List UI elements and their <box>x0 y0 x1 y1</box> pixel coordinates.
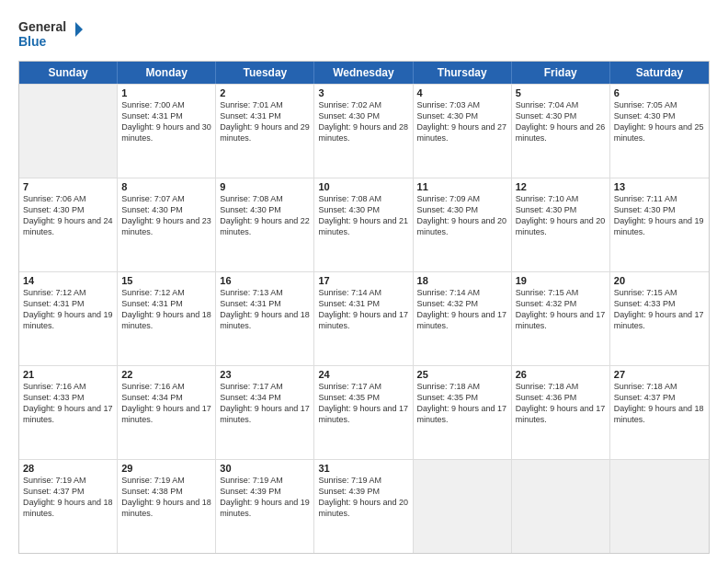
day-info: Sunrise: 7:05 AMSunset: 4:30 PMDaylight:… <box>614 99 705 144</box>
day-number: 26 <box>516 369 606 380</box>
cal-cell <box>512 460 610 553</box>
day-number: 17 <box>318 275 408 286</box>
cal-cell: 15 Sunrise: 7:12 AMSunset: 4:31 PMDaylig… <box>118 272 216 365</box>
day-number: 6 <box>614 87 705 98</box>
cal-header-thursday: Thursday <box>414 62 512 84</box>
logo: General Blue <box>18 17 83 52</box>
cal-cell <box>414 460 512 553</box>
day-number: 30 <box>220 463 310 474</box>
day-info: Sunrise: 7:17 AMSunset: 4:35 PMDaylight:… <box>318 381 408 426</box>
day-number: 13 <box>614 181 705 192</box>
day-number: 2 <box>220 87 310 98</box>
cal-header-wednesday: Wednesday <box>314 62 413 84</box>
day-number: 31 <box>318 463 408 474</box>
day-number: 12 <box>516 181 606 192</box>
cal-header-monday: Monday <box>118 62 216 84</box>
day-info: Sunrise: 7:19 AMSunset: 4:37 PMDaylight:… <box>23 475 113 520</box>
day-number: 1 <box>121 87 211 98</box>
day-info: Sunrise: 7:15 AMSunset: 4:32 PMDaylight:… <box>516 287 606 332</box>
logo-svg: General Blue <box>18 17 83 52</box>
day-info: Sunrise: 7:03 AMSunset: 4:30 PMDaylight:… <box>417 99 507 144</box>
header: General Blue <box>18 17 710 52</box>
cal-cell: 3 Sunrise: 7:02 AMSunset: 4:30 PMDayligh… <box>314 85 413 178</box>
day-info: Sunrise: 7:18 AMSunset: 4:37 PMDaylight:… <box>614 381 705 426</box>
day-number: 11 <box>417 181 507 192</box>
cal-cell: 30 Sunrise: 7:19 AMSunset: 4:39 PMDaylig… <box>216 460 314 553</box>
day-info: Sunrise: 7:12 AMSunset: 4:31 PMDaylight:… <box>23 287 113 332</box>
calendar-body: 1 Sunrise: 7:00 AMSunset: 4:31 PMDayligh… <box>19 84 709 553</box>
day-info: Sunrise: 7:17 AMSunset: 4:34 PMDaylight:… <box>220 381 310 426</box>
cal-cell: 24 Sunrise: 7:17 AMSunset: 4:35 PMDaylig… <box>314 366 413 459</box>
day-number: 28 <box>23 463 113 474</box>
cal-cell: 18 Sunrise: 7:14 AMSunset: 4:32 PMDaylig… <box>414 272 512 365</box>
day-number: 20 <box>614 275 705 286</box>
cal-cell: 27 Sunrise: 7:18 AMSunset: 4:37 PMDaylig… <box>610 366 709 459</box>
cal-cell: 16 Sunrise: 7:13 AMSunset: 4:31 PMDaylig… <box>216 272 314 365</box>
cal-cell <box>610 460 709 553</box>
cal-header-sunday: Sunday <box>19 62 118 84</box>
day-number: 4 <box>417 87 507 98</box>
day-number: 24 <box>318 369 408 380</box>
day-info: Sunrise: 7:14 AMSunset: 4:31 PMDaylight:… <box>318 287 408 332</box>
day-info: Sunrise: 7:08 AMSunset: 4:30 PMDaylight:… <box>220 193 310 238</box>
cal-cell: 9 Sunrise: 7:08 AMSunset: 4:30 PMDayligh… <box>216 178 314 271</box>
day-number: 5 <box>516 87 606 98</box>
day-number: 9 <box>220 181 310 192</box>
cal-cell <box>19 85 118 178</box>
day-info: Sunrise: 7:11 AMSunset: 4:30 PMDaylight:… <box>614 193 705 238</box>
cal-cell: 29 Sunrise: 7:19 AMSunset: 4:38 PMDaylig… <box>118 460 216 553</box>
day-info: Sunrise: 7:19 AMSunset: 4:38 PMDaylight:… <box>121 475 211 520</box>
day-number: 8 <box>121 181 211 192</box>
day-info: Sunrise: 7:01 AMSunset: 4:31 PMDaylight:… <box>220 99 310 144</box>
calendar: SundayMondayTuesdayWednesdayThursdayFrid… <box>18 61 710 554</box>
day-number: 7 <box>23 181 113 192</box>
cal-header-friday: Friday <box>512 62 610 84</box>
day-info: Sunrise: 7:14 AMSunset: 4:32 PMDaylight:… <box>417 287 507 332</box>
cal-cell: 14 Sunrise: 7:12 AMSunset: 4:31 PMDaylig… <box>19 272 118 365</box>
cal-week-2: 7 Sunrise: 7:06 AMSunset: 4:30 PMDayligh… <box>19 178 709 271</box>
svg-text:General: General <box>18 19 66 34</box>
day-number: 23 <box>220 369 310 380</box>
day-info: Sunrise: 7:18 AMSunset: 4:35 PMDaylight:… <box>417 381 507 426</box>
cal-cell: 5 Sunrise: 7:04 AMSunset: 4:30 PMDayligh… <box>512 85 610 178</box>
day-info: Sunrise: 7:02 AMSunset: 4:30 PMDaylight:… <box>318 99 408 144</box>
day-info: Sunrise: 7:16 AMSunset: 4:33 PMDaylight:… <box>23 381 113 426</box>
cal-cell: 6 Sunrise: 7:05 AMSunset: 4:30 PMDayligh… <box>610 85 709 178</box>
cal-week-4: 21 Sunrise: 7:16 AMSunset: 4:33 PMDaylig… <box>19 365 709 459</box>
cal-header-saturday: Saturday <box>610 62 709 84</box>
cal-cell: 21 Sunrise: 7:16 AMSunset: 4:33 PMDaylig… <box>19 366 118 459</box>
day-info: Sunrise: 7:07 AMSunset: 4:30 PMDaylight:… <box>121 193 211 238</box>
cal-cell: 4 Sunrise: 7:03 AMSunset: 4:30 PMDayligh… <box>414 85 512 178</box>
svg-marker-2 <box>75 22 83 37</box>
cal-week-1: 1 Sunrise: 7:00 AMSunset: 4:31 PMDayligh… <box>19 84 709 178</box>
day-number: 19 <box>516 275 606 286</box>
day-number: 29 <box>121 463 211 474</box>
cal-cell: 22 Sunrise: 7:16 AMSunset: 4:34 PMDaylig… <box>118 366 216 459</box>
cal-cell: 11 Sunrise: 7:09 AMSunset: 4:30 PMDaylig… <box>414 178 512 271</box>
day-info: Sunrise: 7:00 AMSunset: 4:31 PMDaylight:… <box>121 99 211 144</box>
day-number: 18 <box>417 275 507 286</box>
cal-week-5: 28 Sunrise: 7:19 AMSunset: 4:37 PMDaylig… <box>19 459 709 553</box>
cal-cell: 19 Sunrise: 7:15 AMSunset: 4:32 PMDaylig… <box>512 272 610 365</box>
day-number: 22 <box>121 369 211 380</box>
day-info: Sunrise: 7:12 AMSunset: 4:31 PMDaylight:… <box>121 287 211 332</box>
day-info: Sunrise: 7:15 AMSunset: 4:33 PMDaylight:… <box>614 287 705 332</box>
day-number: 14 <box>23 275 113 286</box>
cal-cell: 7 Sunrise: 7:06 AMSunset: 4:30 PMDayligh… <box>19 178 118 271</box>
day-info: Sunrise: 7:19 AMSunset: 4:39 PMDaylight:… <box>220 475 310 520</box>
cal-cell: 23 Sunrise: 7:17 AMSunset: 4:34 PMDaylig… <box>216 366 314 459</box>
day-number: 27 <box>614 369 705 380</box>
day-info: Sunrise: 7:18 AMSunset: 4:36 PMDaylight:… <box>516 381 606 426</box>
day-number: 3 <box>318 87 408 98</box>
cal-cell: 25 Sunrise: 7:18 AMSunset: 4:35 PMDaylig… <box>414 366 512 459</box>
cal-cell: 13 Sunrise: 7:11 AMSunset: 4:30 PMDaylig… <box>610 178 709 271</box>
day-info: Sunrise: 7:06 AMSunset: 4:30 PMDaylight:… <box>23 193 113 238</box>
day-info: Sunrise: 7:19 AMSunset: 4:39 PMDaylight:… <box>318 475 408 520</box>
cal-cell: 2 Sunrise: 7:01 AMSunset: 4:31 PMDayligh… <box>216 85 314 178</box>
day-number: 21 <box>23 369 113 380</box>
day-info: Sunrise: 7:09 AMSunset: 4:30 PMDaylight:… <box>417 193 507 238</box>
day-number: 10 <box>318 181 408 192</box>
day-info: Sunrise: 7:10 AMSunset: 4:30 PMDaylight:… <box>516 193 606 238</box>
cal-week-3: 14 Sunrise: 7:12 AMSunset: 4:31 PMDaylig… <box>19 271 709 365</box>
cal-header-tuesday: Tuesday <box>216 62 314 84</box>
